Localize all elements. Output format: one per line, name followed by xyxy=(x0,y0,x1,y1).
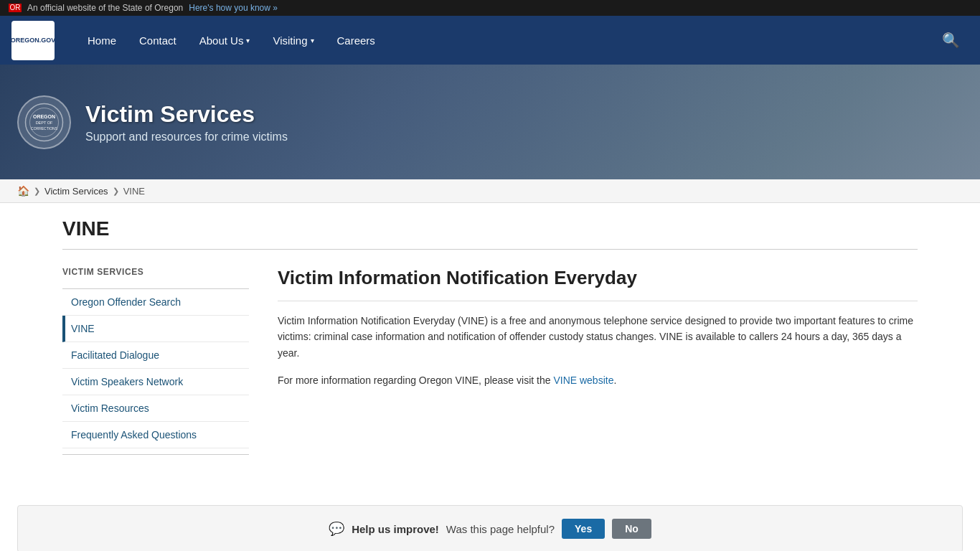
sidebar-nav: Oregon Offender Search VINE Facilitated … xyxy=(62,288,249,448)
content-title: Victim Information Notification Everyday xyxy=(278,267,918,289)
content-paragraph-2: For more information regarding Oregon VI… xyxy=(278,372,918,388)
sidebar-link-faq[interactable]: Frequently Asked Questions xyxy=(62,422,249,448)
chevron-down-icon: ▾ xyxy=(311,37,314,44)
sidebar-link-victim-resources[interactable]: Victim Resources xyxy=(62,395,249,422)
paragraph-2-start: For more information regarding Oregon VI… xyxy=(278,375,553,386)
main-navigation: OREGON.GOV Home Contact About Us ▾ Visit… xyxy=(0,16,980,65)
top-banner: OR An official website of the State of O… xyxy=(0,0,980,16)
sidebar-item-victim-resources[interactable]: Victim Resources xyxy=(62,395,249,422)
sidebar-bottom-divider xyxy=(62,454,249,455)
feedback-bar: 💬 Help us improve! Was this page helpful… xyxy=(17,505,963,551)
sidebar-item-faq[interactable]: Frequently Asked Questions xyxy=(62,422,249,448)
sidebar-link-vine[interactable]: VINE xyxy=(62,316,249,342)
breadcrumb: 🏠 ❯ Victim Services ❯ VINE xyxy=(0,179,980,203)
oregon-gov-logo: OREGON.GOV xyxy=(11,21,55,60)
sidebar-link-speakers-network[interactable]: Victim Speakers Network xyxy=(62,369,249,395)
breadcrumb-separator-2: ❯ xyxy=(113,187,119,196)
banner-text: An official website of the State of Oreg… xyxy=(27,3,183,13)
page-wrapper: VINE VICTIM SERVICES Oregon Offender Sea… xyxy=(45,203,935,484)
feedback-no-button[interactable]: No xyxy=(612,519,651,539)
nav-careers[interactable]: Careers xyxy=(326,19,387,62)
content-layout: VICTIM SERVICES Oregon Offender Search V… xyxy=(62,267,918,455)
hero-subtitle: Support and resources for crime victims xyxy=(85,131,288,143)
svg-text:CORRECTIONS: CORRECTIONS xyxy=(31,126,58,131)
logo-area[interactable]: OREGON.GOV xyxy=(11,21,55,60)
sidebar-item-facilitated-dialogue[interactable]: Facilitated Dialogue xyxy=(62,342,249,369)
breadcrumb-parent[interactable]: Victim Services xyxy=(44,186,108,197)
home-icon[interactable]: 🏠 xyxy=(17,185,29,197)
sidebar-item-speakers-network[interactable]: Victim Speakers Network xyxy=(62,369,249,395)
dept-seal-icon: OREGON DEPT OF CORRECTIONS xyxy=(24,103,64,142)
hero-content: OREGON DEPT OF CORRECTIONS Victim Servic… xyxy=(17,95,288,149)
hero-text: Victim Services Support and resources fo… xyxy=(85,101,288,143)
hero-title: Victim Services xyxy=(85,101,288,128)
breadcrumb-current: VINE xyxy=(123,186,145,197)
sidebar-link-offender-search[interactable]: Oregon Offender Search xyxy=(62,289,249,316)
nav-visiting[interactable]: Visiting ▾ xyxy=(261,19,325,62)
nav-home[interactable]: Home xyxy=(76,19,128,62)
page-divider xyxy=(62,249,918,250)
content-divider xyxy=(278,301,918,301)
breadcrumb-separator: ❯ xyxy=(34,187,40,196)
hero-banner: OREGON DEPT OF CORRECTIONS Victim Servic… xyxy=(0,65,980,179)
chevron-down-icon: ▾ xyxy=(246,37,250,44)
feedback-yes-button[interactable]: Yes xyxy=(562,519,605,539)
content-paragraph-1: Victim Information Notification Everyday… xyxy=(278,313,918,361)
feedback-bold-text: Help us improve! xyxy=(352,523,439,535)
feedback-question: Was this page helpful? xyxy=(446,523,555,535)
department-badge: OREGON DEPT OF CORRECTIONS xyxy=(17,95,71,149)
svg-text:DEPT OF: DEPT OF xyxy=(36,121,53,125)
search-button[interactable]: 🔍 xyxy=(933,26,969,55)
sidebar-item-vine[interactable]: VINE xyxy=(62,316,249,342)
paragraph-2-end: . xyxy=(613,375,616,386)
state-flag-icon: OR xyxy=(9,4,22,12)
chat-bubble-icon: 💬 xyxy=(329,521,344,537)
banner-link[interactable]: Here's how you know » xyxy=(189,3,278,13)
nav-contact[interactable]: Contact xyxy=(128,19,188,62)
nav-about[interactable]: About Us ▾ xyxy=(188,19,262,62)
main-content: Victim Information Notification Everyday… xyxy=(278,267,918,455)
sidebar-section-label: VICTIM SERVICES xyxy=(62,267,249,280)
sidebar: VICTIM SERVICES Oregon Offender Search V… xyxy=(62,267,249,455)
page-title: VINE xyxy=(62,217,918,240)
sidebar-item-offender-search[interactable]: Oregon Offender Search xyxy=(62,289,249,316)
nav-links: Home Contact About Us ▾ Visiting ▾ Caree… xyxy=(76,19,933,62)
sidebar-link-facilitated-dialogue[interactable]: Facilitated Dialogue xyxy=(62,342,249,369)
svg-text:OREGON: OREGON xyxy=(33,114,55,119)
vine-website-link[interactable]: VINE website xyxy=(553,375,613,386)
content-body: Victim Information Notification Everyday… xyxy=(278,313,918,389)
